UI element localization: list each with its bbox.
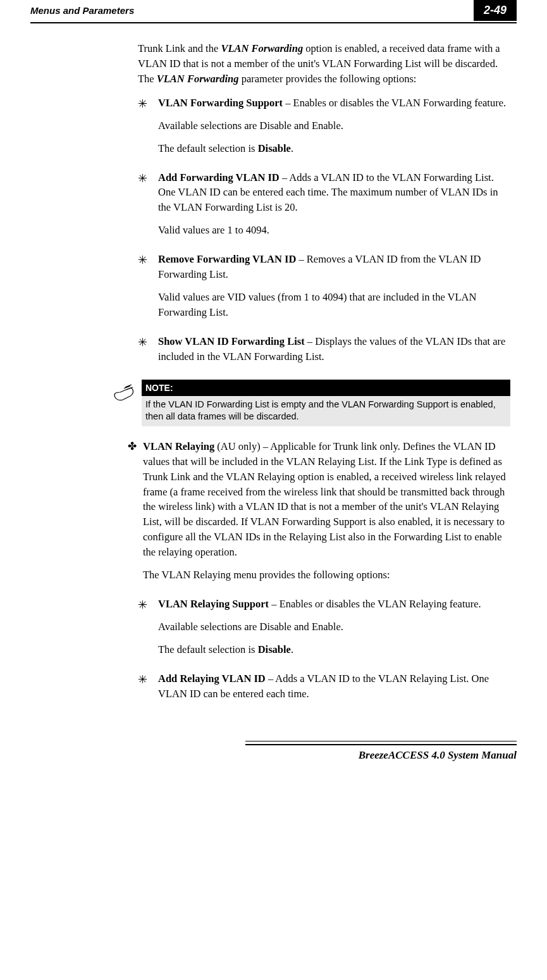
asterisk-icon: ✳ bbox=[138, 597, 158, 665]
list-item: ✳ Remove Forwarding VLAN ID – Removes a … bbox=[138, 252, 510, 328]
intro-paragraph: Trunk Link and the VLAN Forwarding optio… bbox=[138, 41, 510, 87]
asterisk-icon: ✳ bbox=[138, 170, 158, 246]
asterisk-icon: ✳ bbox=[138, 671, 158, 702]
note-header: NOTE: bbox=[142, 380, 510, 396]
list-item: ✤ VLAN Relaying (AU only) – Applicable f… bbox=[133, 439, 510, 590]
list-item: ✳ Add Relaying VLAN ID – Adds a VLAN ID … bbox=[138, 671, 510, 702]
page-footer: BreezeACCESS 4.0 System Manual bbox=[30, 741, 517, 781]
hand-note-icon bbox=[113, 380, 142, 426]
asterisk-icon: ✳ bbox=[138, 96, 158, 164]
page-number: 2-49 bbox=[474, 0, 517, 21]
asterisk-icon: ✳ bbox=[138, 252, 158, 328]
cross-icon: ✤ bbox=[128, 439, 143, 590]
list-item: ✳ Add Forwarding VLAN ID – Adds a VLAN I… bbox=[138, 170, 510, 246]
list-item: ✳ Show VLAN ID Forwarding List – Display… bbox=[138, 334, 510, 364]
note-box: NOTE: If the VLAN ID Forwarding List is … bbox=[113, 380, 510, 426]
note-body: If the VLAN ID Forwarding List is empty … bbox=[142, 396, 510, 426]
list-item: ✳ VLAN Forwarding Support – Enables or d… bbox=[138, 96, 510, 164]
header-title: Menus and Parameters bbox=[30, 5, 134, 16]
footer-text: BreezeACCESS 4.0 System Manual bbox=[359, 749, 517, 761]
page-header: Menus and Parameters 2-49 bbox=[30, 0, 517, 23]
list-item: ✳ VLAN Relaying Support – Enables or dis… bbox=[138, 597, 510, 665]
asterisk-icon: ✳ bbox=[138, 334, 158, 364]
